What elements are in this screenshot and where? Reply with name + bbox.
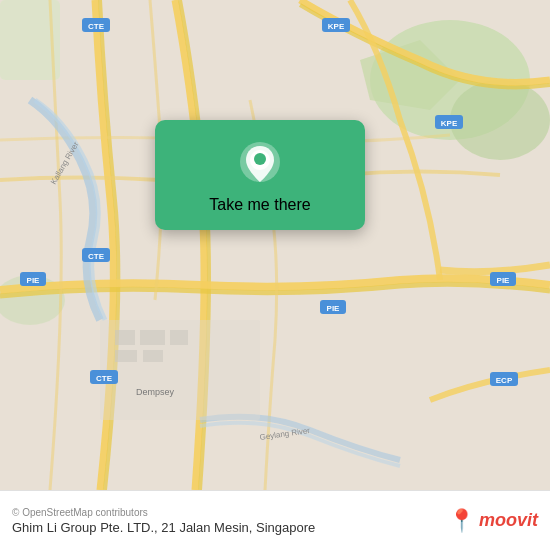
svg-text:PIE: PIE <box>497 276 511 285</box>
svg-text:CTE: CTE <box>88 22 105 31</box>
svg-text:CTE: CTE <box>96 374 113 383</box>
svg-text:Dempsey: Dempsey <box>136 387 175 397</box>
svg-text:PIE: PIE <box>27 276 41 285</box>
svg-rect-12 <box>115 350 137 362</box>
svg-rect-13 <box>143 350 163 362</box>
moovit-brand-text: moovit <box>479 510 538 531</box>
svg-rect-11 <box>170 330 188 345</box>
svg-text:ECP: ECP <box>496 376 513 385</box>
svg-text:KPE: KPE <box>441 119 458 128</box>
svg-text:PIE: PIE <box>327 304 341 313</box>
location-info: © OpenStreetMap contributors Ghim Li Gro… <box>12 507 315 535</box>
svg-rect-10 <box>140 330 165 345</box>
svg-point-35 <box>254 153 266 165</box>
map-svg: Kallang River Geylang River Dempsey CTE … <box>0 0 550 490</box>
info-bar: © OpenStreetMap contributors Ghim Li Gro… <box>0 490 550 550</box>
location-pin-icon <box>236 138 284 186</box>
take-me-there-button[interactable]: Take me there <box>209 196 310 214</box>
svg-text:KPE: KPE <box>328 22 345 31</box>
location-name: Ghim Li Group Pte. LTD., 21 Jalan Mesin,… <box>12 520 315 535</box>
copyright-text: © OpenStreetMap contributors <box>12 507 315 518</box>
svg-text:CTE: CTE <box>88 252 105 261</box>
moovit-pin-icon: 📍 <box>448 508 475 534</box>
svg-point-2 <box>450 80 550 160</box>
map-container: Kallang River Geylang River Dempsey CTE … <box>0 0 550 490</box>
svg-rect-9 <box>115 330 135 345</box>
cta-card[interactable]: Take me there <box>155 120 365 230</box>
moovit-logo[interactable]: 📍 moovit <box>448 508 538 534</box>
